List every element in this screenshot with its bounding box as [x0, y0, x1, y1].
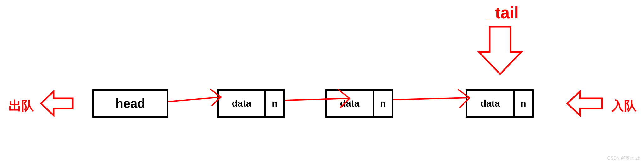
node3-data: data	[467, 91, 513, 116]
enqueue-label: 入队	[612, 97, 637, 114]
node3-next: n	[513, 91, 532, 116]
link-arrow-1	[169, 97, 221, 102]
node2-data: data	[327, 91, 373, 116]
tail-arrow-icon	[479, 27, 521, 74]
node1-next: n	[264, 91, 283, 116]
dequeue-arrow-icon	[41, 91, 73, 115]
list-node-1: data n	[217, 89, 285, 118]
dequeue-label: 出队	[9, 97, 34, 114]
tail-label: _tail	[486, 3, 519, 22]
list-node-3: data n	[466, 89, 534, 118]
watermark: CSDN @落水 zh	[607, 155, 640, 161]
head-text: head	[115, 96, 145, 111]
node1-data: data	[219, 91, 264, 116]
arrows-overlay	[0, 0, 644, 163]
link-arrow-3	[394, 98, 470, 100]
enqueue-arrow-icon	[567, 91, 602, 115]
head-box: head	[92, 89, 168, 118]
node2-next: n	[373, 91, 392, 116]
list-node-2: data n	[325, 89, 393, 118]
